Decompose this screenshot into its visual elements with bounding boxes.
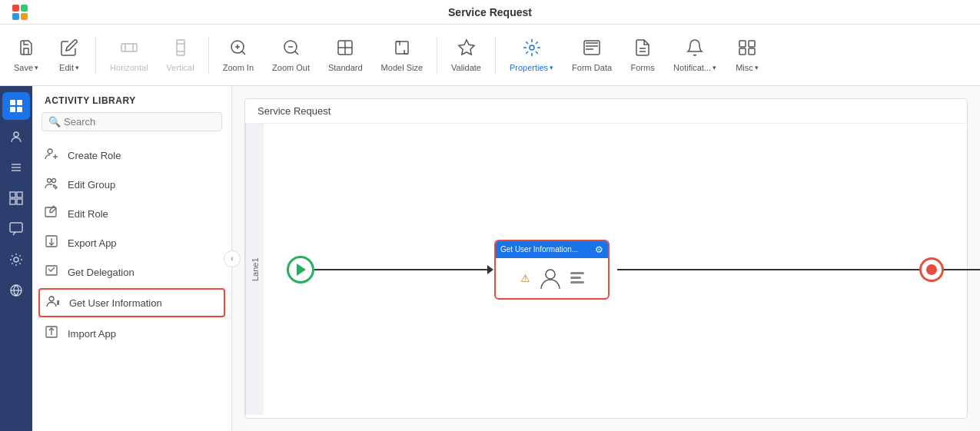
- svg-rect-0: [121, 44, 137, 51]
- list-item-import-app[interactable]: Import App: [32, 319, 231, 348]
- task-node-get-user-info[interactable]: Get User Information... ⚙ ⚠: [494, 240, 610, 300]
- toolbar-properties[interactable]: Properties ▾: [502, 35, 561, 75]
- svg-rect-24: [749, 48, 755, 55]
- svg-rect-16: [396, 41, 408, 54]
- list-item-create-role[interactable]: Create Role: [32, 141, 231, 170]
- toolbar-horizontal[interactable]: Horizontal: [102, 35, 156, 75]
- canvas-area: Service Request Lane1 Get User In: [232, 86, 980, 431]
- list-item-get-delegation[interactable]: Get Delegation: [32, 257, 231, 287]
- task-node-gear[interactable]: ⚙: [595, 244, 603, 255]
- svg-line-7: [242, 51, 245, 54]
- toolbar-zoom-in[interactable]: Zoom In: [215, 35, 261, 75]
- lane-content: Get User Information... ⚙ ⚠: [264, 124, 967, 415]
- toolbar-vertical[interactable]: Vertical: [159, 35, 202, 75]
- svg-point-56: [546, 270, 555, 279]
- task-node-title: Get User Information...: [500, 245, 578, 254]
- collapse-panel-button[interactable]: ‹: [224, 250, 241, 267]
- activity-panel: ACTIVITY LIBRARY 🔍 Create Role: [32, 86, 232, 431]
- top-bar: Service Request: [0, 0, 980, 25]
- get-delegation-icon: [45, 264, 60, 280]
- notifications-icon: [686, 38, 704, 60]
- toolbar-model-size[interactable]: Model Size: [374, 35, 430, 75]
- svg-rect-21: [739, 41, 746, 47]
- warning-icon: ⚠: [520, 272, 530, 284]
- svg-rect-37: [10, 223, 22, 232]
- misc-icon: [738, 38, 756, 60]
- list-item-edit-role[interactable]: Edit Role: [32, 199, 231, 228]
- list-item-export-app[interactable]: Export App: [32, 228, 231, 257]
- task-lines: [570, 272, 584, 283]
- task-node-header: Get User Information... ⚙: [496, 241, 608, 258]
- lane-container: Lane1 Get User Information... ⚙: [245, 124, 967, 415]
- divider-4: [495, 37, 496, 74]
- end-event[interactable]: [919, 257, 944, 282]
- icon-sidebar: [0, 86, 32, 431]
- svg-point-49: [49, 297, 54, 301]
- app-logo: [12, 5, 28, 20]
- toolbar-form-data[interactable]: Form Data: [564, 35, 620, 75]
- sidebar-item-apps[interactable]: [2, 92, 30, 120]
- edit-icon: [60, 38, 78, 60]
- toolbar: Save ▾ Edit ▾ Horizontal: [0, 25, 980, 86]
- divider-2: [208, 37, 209, 74]
- edit-group-icon: [45, 176, 60, 193]
- vertical-icon: [171, 38, 190, 60]
- sidebar-item-list[interactable]: [2, 154, 30, 181]
- main-layout: ACTIVITY LIBRARY 🔍 Create Role: [0, 86, 980, 431]
- toolbar-save[interactable]: Save ▾: [6, 35, 46, 75]
- get-user-info-icon: [46, 294, 61, 311]
- toolbar-standard[interactable]: Standard: [321, 35, 370, 75]
- svg-point-40: [48, 149, 52, 154]
- activity-library-title: ACTIVITY LIBRARY: [32, 86, 231, 112]
- validate-icon: [457, 38, 476, 60]
- standard-icon: [336, 38, 354, 60]
- sidebar-item-user-profile[interactable]: [2, 123, 30, 151]
- svg-rect-36: [17, 199, 22, 204]
- zoom-in-icon: [229, 38, 247, 60]
- user-profile-icon: [537, 264, 564, 292]
- svg-line-11: [294, 51, 297, 54]
- search-input[interactable]: [64, 116, 215, 128]
- edit-role-icon: [45, 205, 60, 222]
- export-app-icon: [45, 234, 60, 251]
- arrow-to-task: [487, 265, 493, 274]
- svg-point-43: [48, 179, 51, 183]
- sidebar-item-settings[interactable]: [2, 246, 30, 274]
- sidebar-item-dashboard[interactable]: [2, 184, 30, 212]
- toolbar-misc[interactable]: Misc ▾: [727, 35, 767, 75]
- svg-rect-26: [17, 100, 22, 105]
- svg-rect-34: [17, 192, 22, 197]
- svg-rect-33: [10, 192, 15, 197]
- svg-rect-3: [177, 40, 184, 55]
- canvas-container: Service Request Lane1 Get User In: [244, 98, 968, 419]
- sidebar-item-chat[interactable]: [2, 215, 30, 243]
- toolbar-validate[interactable]: Validate: [443, 35, 489, 75]
- toolbar-zoom-out[interactable]: Zoom Out: [264, 35, 317, 75]
- svg-point-44: [52, 179, 56, 183]
- import-app-icon: [45, 325, 60, 342]
- svg-rect-27: [10, 107, 15, 112]
- sidebar-item-globe[interactable]: [2, 277, 30, 304]
- search-box[interactable]: 🔍: [42, 112, 222, 131]
- page-title: Service Request: [448, 6, 532, 18]
- svg-rect-28: [17, 107, 22, 112]
- connector-start-task: [314, 269, 491, 270]
- save-icon: [17, 38, 35, 60]
- task-node-body: ⚠: [496, 258, 608, 298]
- start-event[interactable]: [287, 256, 314, 283]
- list-item-edit-group[interactable]: Edit Group: [32, 170, 231, 199]
- form-data-icon: [583, 38, 601, 60]
- divider-1: [95, 37, 96, 74]
- divider-3: [437, 37, 437, 74]
- search-icon: 🔍: [48, 116, 61, 128]
- svg-point-29: [14, 132, 18, 137]
- properties-icon: [523, 38, 541, 60]
- toolbar-notifications[interactable]: Notificat... ▾: [666, 35, 724, 75]
- toolbar-edit[interactable]: Edit ▾: [49, 35, 89, 75]
- list-item-get-user-information[interactable]: Get User Information: [38, 288, 225, 317]
- end-stop-icon: [926, 264, 937, 275]
- model-size-icon: [393, 38, 411, 60]
- svg-point-17: [530, 45, 534, 50]
- svg-rect-25: [10, 100, 15, 105]
- toolbar-forms[interactable]: Forms: [623, 35, 663, 75]
